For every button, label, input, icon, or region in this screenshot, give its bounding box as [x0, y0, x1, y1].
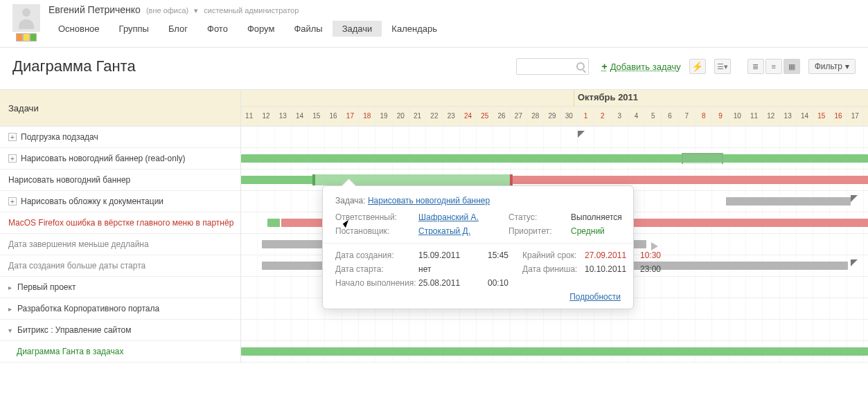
day-cell: 6: [662, 107, 678, 126]
expand-icon[interactable]: +: [8, 133, 17, 141]
day-cell: 1: [578, 107, 594, 126]
tt-responsible-label: Ответственный:: [335, 212, 418, 222]
view-gantt-button[interactable]: ▦: [783, 59, 800, 74]
tt-status-label: Статус:: [508, 212, 571, 222]
day-cell: 30: [561, 107, 578, 126]
tt-start-value: нет: [418, 264, 488, 274]
nav-files[interactable]: Файлы: [284, 21, 332, 37]
task-row[interactable]: MacOS Firefox ошибка в вёрстке главного …: [0, 212, 240, 234]
day-cell: 5: [645, 107, 662, 126]
task-row[interactable]: Дата создания больше даты старта: [0, 255, 240, 277]
settings-dropdown[interactable]: ☰▾: [714, 59, 731, 74]
filter-button[interactable]: Фильтр ▾: [808, 59, 856, 74]
nav-calendar[interactable]: Календарь: [382, 21, 447, 37]
task-row[interactable]: ▾Битрикс : Управление сайтом: [0, 320, 240, 341]
bolt-button[interactable]: ⚡: [689, 59, 706, 74]
day-cell: 12: [763, 107, 779, 126]
tt-creator[interactable]: Строкатый Д.: [418, 226, 508, 236]
view-list-button[interactable]: ≣: [747, 59, 764, 74]
dropdown-caret-icon[interactable]: ▾: [194, 6, 198, 15]
day-cell: 12: [258, 107, 274, 126]
arrow-icon: [651, 242, 658, 250]
nav-forum[interactable]: Форум: [238, 21, 285, 37]
task-row[interactable]: Диаграмма Ганта в задачах: [0, 341, 240, 363]
user-name[interactable]: Евгений Петриченко: [48, 4, 141, 15]
expand-icon[interactable]: +: [8, 154, 17, 163]
day-cell: 8: [696, 107, 712, 126]
tt-finish-time: 23:00: [640, 264, 675, 274]
nav-photo[interactable]: Фото: [197, 21, 238, 37]
day-cell: 16: [325, 107, 342, 126]
nav-main[interactable]: Основное: [48, 21, 109, 37]
nav-tasks[interactable]: Задачи: [333, 21, 382, 37]
tt-responsible[interactable]: Шафранский А.: [418, 212, 508, 222]
day-cell: 25: [477, 107, 493, 126]
expand-open-icon[interactable]: ▾: [8, 327, 12, 334]
top-header: Евгений Петриченко (вне офиса) ▾ системн…: [0, 0, 868, 42]
milestone-marker[interactable]: [851, 195, 858, 205]
day-cell: 20: [393, 107, 409, 126]
tt-deadline-label: Крайний срок:: [522, 250, 585, 260]
main-nav: Основное Группы Блог Фото Форум Файлы За…: [48, 21, 447, 37]
gantt-bar[interactable]: [726, 197, 851, 205]
milestone-marker[interactable]: [851, 259, 858, 269]
nav-groups[interactable]: Группы: [109, 21, 159, 37]
task-row[interactable]: Дата завершения меньше дедлайна: [0, 234, 240, 255]
tree-icon: ≡: [771, 62, 775, 71]
task-row[interactable]: ▸Разработка Корпоративного портала: [0, 298, 240, 320]
month-header: Октябрь 2011: [241, 90, 868, 107]
add-task-label: Добавить задачу: [610, 62, 681, 72]
day-cell: 27: [511, 107, 527, 126]
search-icon[interactable]: [576, 62, 585, 71]
user-status[interactable]: (вне офиса): [146, 6, 188, 15]
add-task-link[interactable]: + Добавить задачу: [601, 61, 680, 72]
gantt-bar-overrun[interactable]: [513, 176, 868, 184]
nav-blog[interactable]: Блог: [159, 21, 197, 37]
day-cell: 21: [409, 107, 426, 126]
tt-priority: Средний: [571, 226, 640, 236]
day-cell: 13: [275, 107, 292, 126]
task-row[interactable]: ▸Первый проект: [0, 277, 240, 298]
task-row[interactable]: +Подгрузка подзадач: [0, 127, 240, 148]
task-row[interactable]: Нарисовать новогодний баннер: [0, 170, 240, 191]
hamburger-icon: ☰▾: [717, 62, 728, 71]
tt-task-label: Задача:: [335, 196, 366, 205]
tt-created-date: 15.09.2011: [418, 250, 488, 260]
tt-task-name[interactable]: Нарисовать новогодний баннер: [368, 196, 490, 205]
day-cell: 11: [746, 107, 763, 126]
tt-finish-date: 10.10.2011: [585, 264, 640, 274]
tt-more-link[interactable]: Подробности: [569, 292, 621, 302]
collapse-icon[interactable]: ▸: [8, 284, 12, 291]
view-tree-button[interactable]: ≡: [765, 59, 782, 74]
day-cell: 16: [830, 107, 847, 126]
day-cell: 2: [594, 107, 611, 126]
avatar[interactable]: [12, 4, 40, 32]
collapse-icon[interactable]: ▸: [8, 305, 12, 313]
day-cell: 11: [241, 107, 258, 126]
bracket-marker[interactable]: [682, 153, 723, 164]
expand-icon[interactable]: +: [8, 197, 17, 205]
filter-label: Фильтр: [815, 62, 842, 71]
gantt-bar[interactable]: [267, 219, 280, 227]
task-row[interactable]: +Нарисовать обложку к документации: [0, 191, 240, 212]
gantt-grid[interactable]: Задача: Нарисовать новогодний баннер Отв…: [241, 127, 868, 363]
day-cell: 3: [612, 107, 628, 126]
gantt-icon: ▦: [788, 62, 795, 71]
drag-handle[interactable]: [312, 174, 315, 185]
day-cell: 7: [679, 107, 696, 126]
day-cell: 19: [375, 107, 392, 126]
gantt-bar[interactable]: [241, 347, 868, 356]
gantt-bar[interactable]: [241, 154, 868, 163]
day-cell: 15: [308, 107, 325, 126]
drag-handle[interactable]: [510, 174, 513, 185]
list-icon: ≣: [752, 62, 759, 71]
tt-priority-label: Приоритет:: [508, 226, 571, 236]
tt-creator-label: Постановщик:: [335, 226, 418, 236]
milestone-marker[interactable]: [578, 131, 585, 140]
toolbar: Диаграмма Ганта + Добавить задачу ⚡ ☰▾ ≣…: [0, 48, 868, 82]
day-cell: 26: [493, 107, 510, 126]
day-cell: 17: [342, 107, 359, 126]
tt-status: Выполняется: [571, 212, 640, 222]
task-row[interactable]: +Нарисовать новогодний баннер (read-only…: [0, 148, 240, 170]
day-cell: 22: [426, 107, 443, 126]
